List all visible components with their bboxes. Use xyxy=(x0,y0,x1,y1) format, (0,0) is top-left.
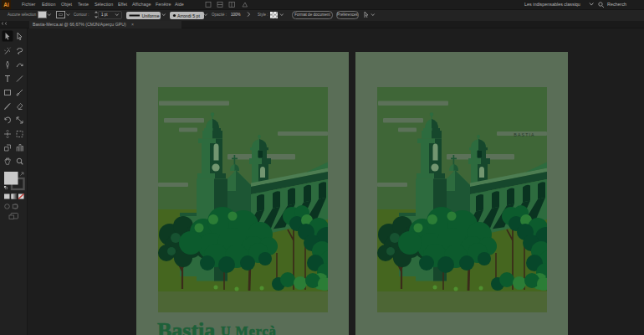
svg-text:Bastia: Bastia xyxy=(157,318,215,335)
svg-text:U Mercà: U Mercà xyxy=(221,324,277,335)
svg-text:BASTIA: BASTIA xyxy=(514,132,534,137)
